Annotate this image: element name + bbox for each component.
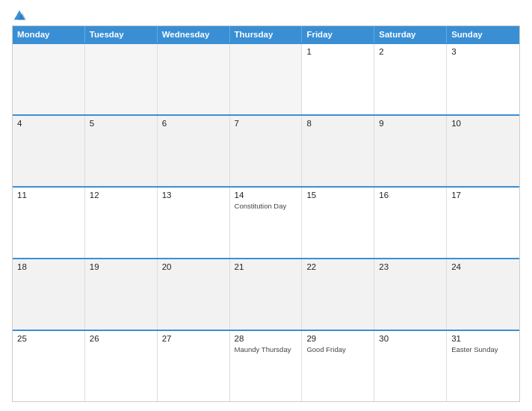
calendar-cell: 25	[13, 331, 85, 401]
calendar-cell: 20	[158, 259, 230, 330]
calendar-cell: 16	[374, 188, 447, 258]
day-number: 19	[90, 262, 152, 271]
header-friday: Friday	[302, 26, 374, 43]
calendar-cell	[158, 44, 230, 114]
calendar-cell: 29Good Friday	[302, 331, 374, 401]
day-number: 13	[162, 191, 225, 200]
calendar-cell: 6	[158, 116, 230, 186]
day-number: 11	[17, 191, 80, 200]
day-number: 5	[90, 119, 152, 128]
day-event: Maundy Thursday	[235, 345, 297, 354]
day-number: 22	[306, 262, 369, 271]
header-thursday: Thursday	[230, 26, 303, 43]
header-monday: Monday	[13, 26, 85, 43]
calendar-cell: 30	[374, 331, 447, 401]
day-event: Constitution Day	[235, 202, 297, 211]
calendar-grid: Monday Tuesday Wednesday Thursday Friday…	[12, 25, 520, 402]
header-saturday: Saturday	[374, 26, 447, 43]
day-event: Good Friday	[306, 345, 369, 354]
calendar-cell: 4	[13, 116, 85, 186]
calendar-week-3: 11121314Constitution Day151617	[13, 186, 519, 258]
day-number: 10	[451, 119, 515, 128]
day-number: 6	[162, 119, 225, 128]
calendar-week-5: 25262728Maundy Thursday29Good Friday3031…	[13, 330, 519, 401]
day-number: 7	[235, 119, 297, 128]
calendar-cell	[230, 44, 303, 114]
header-sunday: Sunday	[447, 26, 519, 43]
calendar-cell: 14Constitution Day	[230, 188, 303, 258]
calendar-cell: 28Maundy Thursday	[230, 331, 303, 401]
day-number: 4	[17, 119, 80, 128]
calendar-cell	[13, 44, 85, 114]
calendar-week-1: 123	[13, 43, 519, 114]
calendar-cell: 15	[302, 188, 374, 258]
day-number: 21	[235, 262, 297, 271]
calendar-cell: 2	[374, 44, 447, 114]
day-number: 30	[379, 334, 442, 343]
calendar-body: 1234567891011121314Constitution Day15161…	[13, 43, 519, 401]
calendar-cell: 13	[158, 188, 230, 258]
day-number: 8	[306, 119, 369, 128]
calendar-cell: 1	[302, 44, 374, 114]
calendar-week-2: 45678910	[13, 114, 519, 186]
calendar-page: Monday Tuesday Wednesday Thursday Friday…	[0, 0, 532, 411]
calendar-cell: 24	[447, 259, 519, 330]
day-number: 27	[162, 334, 225, 343]
day-number: 16	[379, 191, 442, 200]
calendar-week-4: 18192021222324	[13, 258, 519, 330]
calendar-cell: 3	[447, 44, 519, 114]
day-number: 29	[306, 334, 369, 343]
day-number: 9	[379, 119, 442, 128]
calendar-cell: 8	[302, 116, 374, 186]
day-number: 1	[306, 47, 369, 56]
day-number: 25	[17, 334, 80, 343]
day-number: 24	[451, 262, 515, 271]
calendar-cell: 23	[374, 259, 447, 330]
calendar-cell: 17	[447, 188, 519, 258]
day-number: 17	[451, 191, 515, 200]
calendar-cell: 21	[230, 259, 303, 330]
calendar-cell: 11	[13, 188, 85, 258]
header-wednesday: Wednesday	[158, 26, 230, 43]
calendar-cell: 19	[85, 259, 158, 330]
day-event: Easter Sunday	[451, 345, 515, 354]
day-number: 14	[235, 191, 297, 200]
calendar-cell: 7	[230, 116, 303, 186]
calendar-cell: 31Easter Sunday	[447, 331, 519, 401]
calendar-header-row: Monday Tuesday Wednesday Thursday Friday…	[13, 26, 519, 43]
day-number: 15	[306, 191, 369, 200]
day-number: 2	[379, 47, 442, 56]
day-number: 3	[451, 47, 515, 56]
calendar-cell: 27	[158, 331, 230, 401]
day-number: 12	[90, 191, 152, 200]
calendar-cell: 18	[13, 259, 85, 330]
calendar-cell: 10	[447, 116, 519, 186]
day-number: 31	[451, 334, 515, 343]
calendar-cell: 22	[302, 259, 374, 330]
calendar-cell: 12	[85, 188, 158, 258]
page-header	[12, 9, 520, 21]
day-number: 28	[235, 334, 297, 343]
day-number: 18	[17, 262, 80, 271]
calendar-cell: 26	[85, 331, 158, 401]
logo	[12, 9, 26, 21]
calendar-cell: 5	[85, 116, 158, 186]
day-number: 23	[379, 262, 442, 271]
calendar-cell	[85, 44, 158, 114]
day-number: 26	[90, 334, 152, 343]
header-tuesday: Tuesday	[85, 26, 158, 43]
calendar-cell: 9	[374, 116, 447, 186]
logo-mountain-icon	[13, 9, 26, 22]
day-number: 20	[162, 262, 225, 271]
